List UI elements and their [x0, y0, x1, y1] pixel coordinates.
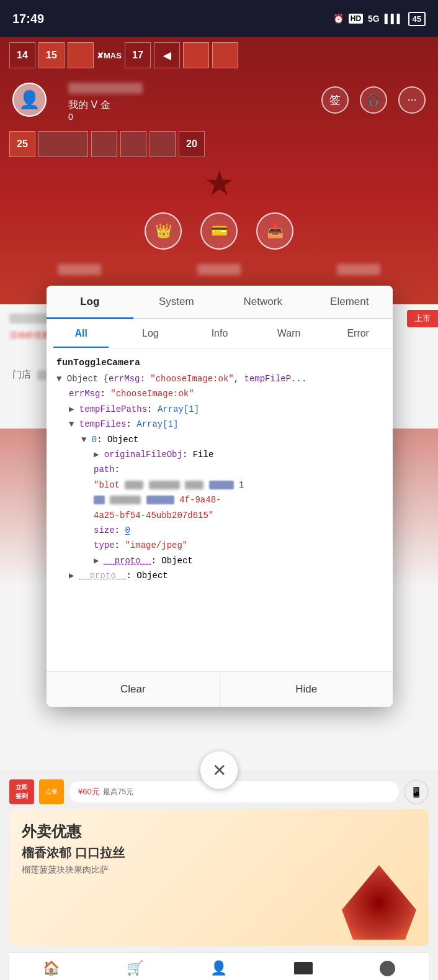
promo-banner: 外卖优惠 榴香浓郁 口口拉丝 榴莲菠菠块块果肉比萨 [9, 809, 429, 946]
promo-sign-icon: 立即签到 [9, 779, 34, 804]
path-blur-uuid1 [94, 496, 105, 504]
subtab-all[interactable]: All [47, 319, 116, 348]
inbox-icon[interactable]: 📥 [256, 212, 293, 250]
path-blur-3 [185, 481, 203, 489]
promo-delivery-icon: 点餐 [39, 779, 64, 804]
tab-network[interactable]: Network [220, 286, 306, 318]
path-blur-1 [125, 481, 143, 489]
username-blur [68, 83, 143, 94]
console-proto1-line: ▶ __proto__: Object [56, 554, 383, 568]
nav-blur-2 [380, 961, 395, 976]
hide-button[interactable]: Hide [220, 672, 393, 707]
v-gold-label: 我的 V 金 [56, 99, 321, 112]
blur-label2 [197, 264, 241, 275]
store-label: 门店 [12, 369, 31, 381]
nav-cart[interactable]: 🛒 [127, 960, 143, 976]
status-icons: ⏰ HD 5G ▌▌▌ 45 [333, 12, 426, 26]
bottom-promo-area: 立即签到 点餐 ¥60元 最高75元 📱 外卖优惠 榴香浓郁 口口拉丝 榴莲菠菠… [0, 770, 438, 980]
cal-16 [68, 42, 94, 68]
cal-15: 15 [38, 42, 65, 68]
console-obj-line: ▼ Object {errMsg: "chooseImage:ok", temp… [56, 372, 383, 386]
console-tempfiles-line: ▼ tempFiles: Array[1] [56, 417, 383, 431]
subtab-info[interactable]: Info [185, 319, 254, 348]
promo-main-title: 外卖优惠 [22, 822, 416, 842]
signal-icon: 5G [368, 14, 380, 24]
subtab-warn[interactable]: Warn [254, 319, 324, 348]
xmas-label: ✘MAS [97, 51, 122, 60]
console-originalfileobj-line: ▶ originalFileObj: File [56, 448, 383, 461]
cal-blank3 [120, 131, 146, 157]
devtools-tab-bar: Log System Network Element [47, 286, 393, 319]
calendar-top-row: 14 15 ✘MAS 17 ◀ [0, 37, 438, 68]
qr-code-icon[interactable]: 📱 [404, 779, 429, 804]
subtab-log[interactable]: Log [116, 319, 185, 348]
user-avatar[interactable]: 👤 [12, 83, 47, 117]
promo-product-name: 榴香浓郁 口口拉丝 [22, 845, 416, 861]
tab-log[interactable]: Log [47, 286, 133, 318]
hd-icon: HD [349, 14, 363, 24]
headset-icon[interactable]: 🎧 [360, 86, 387, 114]
console-path-uuid2-line: 4a25-bf54-45ubb207d615" [56, 509, 383, 522]
promo-coupon-area: ¥60元 最高75元 [69, 781, 399, 802]
app-header: 👤 我的 V 金 0 签 🎧 ··· [0, 68, 438, 131]
calendar-bottom-row: 25 20 [0, 131, 438, 157]
console-tempfilepaths-line: ▶ tempFilePaths: Array[1] [56, 402, 383, 416]
console-0-line: ▼ 0: Object [56, 433, 383, 447]
console-type-line: type: "image/jpeg" [56, 538, 383, 552]
cal-17: 17 [125, 42, 151, 68]
top-action-icons: 签 🎧 ··· [321, 86, 426, 114]
wallet-icon[interactable]: 💳 [200, 212, 238, 250]
console-path-line: path: [56, 463, 383, 476]
console-proto2-line: ▶ __proto__: Object [56, 569, 383, 583]
console-output: funToggleCamera ▼ Object {errMsg: "choos… [47, 348, 393, 671]
subtab-error[interactable]: Error [323, 319, 393, 348]
promo-product-image [342, 865, 416, 940]
console-path-value-line: "blot 1 [56, 478, 383, 492]
blurred-label-row [0, 259, 438, 280]
cart-icon: 🛒 [127, 960, 143, 976]
nav-profile[interactable]: 👤 [210, 960, 227, 976]
console-path-uuid-line: 4f-9a48- [56, 493, 383, 507]
devtools-footer: Clear Hide [47, 671, 393, 707]
path-blur-uuid2 [110, 496, 141, 504]
cal-18 [183, 42, 209, 68]
coupon-subtext: 最高75元 [103, 787, 133, 797]
cal-blank2 [91, 131, 117, 157]
profile-icon: 👤 [210, 960, 227, 976]
path-blur-uuid3 [146, 496, 174, 504]
cal-blank4 [150, 131, 176, 157]
cal-20: 20 [179, 131, 205, 157]
star-decoration: ★ [0, 163, 438, 203]
console-size-line: size: 0 [56, 524, 383, 537]
tab-system[interactable]: System [133, 286, 220, 318]
clear-button[interactable]: Clear [47, 672, 220, 707]
home-icon: 🏠 [43, 960, 60, 976]
cal-blank1 [38, 131, 88, 157]
middle-action-icons: 👑 💳 📥 [0, 203, 438, 259]
blur-label3 [337, 264, 380, 275]
signal-bars: ▌▌▌ [385, 14, 403, 24]
promo-product-desc: 榴莲菠菠块块果肉比萨 [22, 864, 416, 876]
path-blur-4 [209, 481, 234, 489]
more-icon[interactable]: ··· [398, 86, 426, 114]
path-blur-2 [149, 481, 180, 489]
bottom-navigation: 🏠 🛒 👤 [9, 952, 429, 980]
gold-amount: 0 [56, 112, 321, 122]
cal-14: 14 [9, 42, 35, 68]
nav-blur-1 [294, 962, 313, 974]
sign-in-icon[interactable]: 签 [321, 86, 349, 114]
blur-label1 [58, 264, 101, 275]
crown-icon[interactable]: 👑 [145, 212, 182, 250]
nav-home[interactable]: 🏠 [43, 960, 60, 976]
coupon-text: ¥60元 [78, 786, 100, 797]
devtools-subtab-bar: All Log Info Warn Error [47, 319, 393, 348]
console-errmsg-line: errMsg: "chooseImage:ok" [56, 387, 383, 401]
tab-element[interactable]: Element [306, 286, 393, 318]
sale-badge[interactable]: 上市 [407, 310, 438, 327]
battery-icon: 45 [408, 12, 426, 26]
app-top-area: 14 15 ✘MAS 17 ◀ 👤 我的 V 金 0 签 🎧 [0, 37, 438, 304]
cal-25: 25 [9, 131, 35, 157]
console-func-name: funToggleCamera [56, 356, 383, 371]
close-overlay-button[interactable]: ✕ [200, 751, 238, 789]
status-bar: 17:49 ⏰ HD 5G ▌▌▌ 45 [0, 0, 438, 37]
